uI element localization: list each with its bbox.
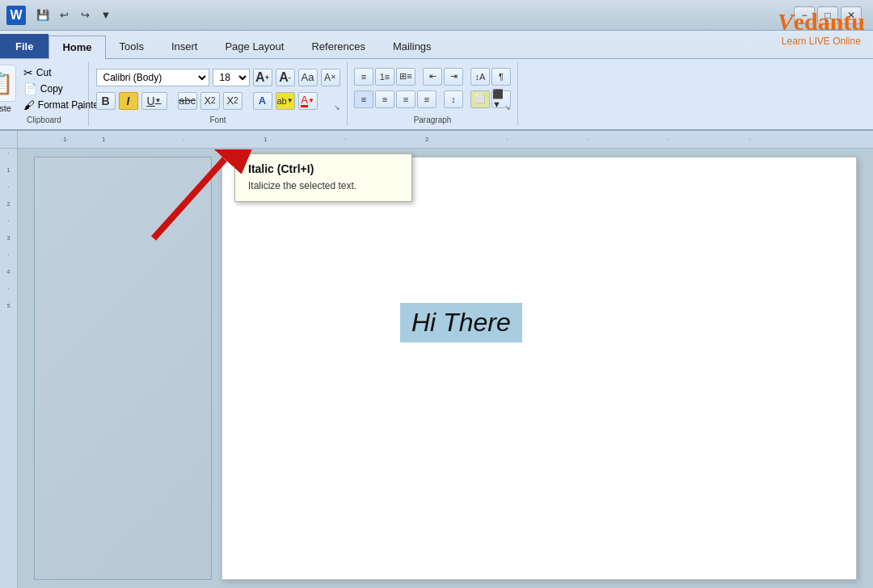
right-page[interactable]: Hi There xyxy=(221,157,857,580)
ribbon-content: 📋 Paste ✂ Cut 📄 Copy 🖌 Format Painter xyxy=(0,58,873,129)
font-family-select[interactable]: Calibri (Body) xyxy=(96,69,209,86)
tab-insert[interactable]: Insert xyxy=(158,34,212,58)
font-row-1: Calibri (Body) 18 A+ A- Aa A✕ xyxy=(96,69,340,86)
bold-button[interactable]: B xyxy=(96,92,116,110)
font-color-button[interactable]: A ▼ xyxy=(298,92,318,110)
clipboard-group: 📋 Paste ✂ Cut 📄 Copy 🖌 Format Painter xyxy=(0,62,89,126)
document-pages-area: Hi There xyxy=(18,149,873,588)
decrease-indent-button[interactable]: ⇤ xyxy=(423,68,442,86)
paste-label: Paste xyxy=(0,103,11,113)
tooltip-description: Italicize the selected text. xyxy=(248,180,399,191)
vedantu-tagline: Learn LIVE Online xyxy=(778,36,865,47)
clipboard-group-label: Clipboard xyxy=(27,116,61,126)
ribbon-tabs: File Home Tools Insert Page Layout Refer… xyxy=(0,31,873,58)
tab-file[interactable]: File xyxy=(0,34,48,58)
underline-button[interactable]: U ▼ xyxy=(141,92,167,110)
subscript-button[interactable]: X2 xyxy=(200,92,220,110)
tab-mailings[interactable]: Mailings xyxy=(379,34,445,58)
shading-button[interactable]: ⬜ xyxy=(470,90,490,108)
tab-references[interactable]: References xyxy=(297,34,378,58)
tab-tools[interactable]: Tools xyxy=(106,34,158,58)
copy-label: Copy xyxy=(40,83,63,94)
align-left-button[interactable]: ≡ xyxy=(354,90,373,108)
italic-tooltip: Italic (Ctrl+I) Italicize the selected t… xyxy=(234,153,412,202)
quick-access-toolbar: 💾 ↩ ↪ ▼ xyxy=(34,6,115,24)
multilevel-list-button[interactable]: ⊞≡ xyxy=(396,68,415,86)
change-case-button[interactable]: Aa xyxy=(298,69,318,86)
shrink-font-button[interactable]: A- xyxy=(276,69,295,86)
vedantu-name: Vedantu xyxy=(778,8,865,36)
cut-label: Cut xyxy=(36,67,52,78)
undo-button[interactable]: ↩ xyxy=(55,6,73,24)
font-expand-icon[interactable]: ↘ xyxy=(334,103,344,113)
para-expand-icon[interactable]: ↘ xyxy=(504,103,514,113)
justify-button[interactable]: ≡ xyxy=(417,90,436,108)
font-size-select[interactable]: 18 xyxy=(213,69,250,86)
para-row-1: ≡ 1≡ ⊞≡ ⇤ ⇥ ↕A ¶ xyxy=(354,68,511,86)
numbered-list-button[interactable]: 1≡ xyxy=(375,68,394,86)
para-group-label: Paragraph xyxy=(414,116,452,126)
vedantu-logo: Vedantu Learn LIVE Online xyxy=(778,8,865,47)
show-marks-button[interactable]: ¶ xyxy=(491,68,511,86)
hi-there-text: Hi There xyxy=(400,303,522,342)
title-bar: W 💾 ↩ ↪ ▼ − □ ✕ xyxy=(0,0,873,31)
font-row-2: B I U ▼ abc X2 X2 A ab ▼ A ▼ xyxy=(96,92,340,110)
save-button[interactable]: 💾 xyxy=(34,6,52,24)
vertical-ruler: ·1·2·3·4·5 xyxy=(0,149,18,588)
redo-button[interactable]: ↪ xyxy=(76,6,94,24)
paste-button[interactable]: 📋 Paste xyxy=(0,65,16,113)
word-icon: W xyxy=(6,6,26,25)
clipboard-expand-icon[interactable]: ↘ xyxy=(75,103,85,113)
grow-font-button[interactable]: A+ xyxy=(253,69,272,86)
bullets-button[interactable]: ≡ xyxy=(354,68,373,86)
ribbon: File Home Tools Insert Page Layout Refer… xyxy=(0,31,873,131)
para-row-2: ≡ ≡ ≡ ≡ ↕ ⬜ ⬛ ▼ xyxy=(354,90,511,108)
tab-home[interactable]: Home xyxy=(48,36,105,60)
increase-indent-button[interactable]: ⇥ xyxy=(444,68,463,86)
left-page xyxy=(34,157,212,580)
cut-icon: ✂ xyxy=(23,66,33,79)
font-group-label: Font xyxy=(209,116,226,126)
format-painter-icon: 🖌 xyxy=(23,99,35,111)
copy-icon: 📄 xyxy=(23,82,37,95)
clear-format-button[interactable]: A✕ xyxy=(321,69,340,86)
customize-button[interactable]: ▼ xyxy=(97,6,115,24)
align-center-button[interactable]: ≡ xyxy=(375,90,394,108)
tab-page-layout[interactable]: Page Layout xyxy=(211,34,297,58)
line-spacing-button[interactable]: ↕ xyxy=(444,90,463,108)
italic-button[interactable]: I xyxy=(119,92,138,110)
paste-icon: 📋 xyxy=(0,65,16,102)
sort-button[interactable]: ↕A xyxy=(470,68,490,86)
paragraph-group: ≡ 1≡ ⊞≡ ⇤ ⇥ ↕A ¶ ≡ ≡ ≡ ≡ ↕ xyxy=(348,62,518,126)
font-group: Calibri (Body) 18 A+ A- Aa A✕ B I U ▼ ab… xyxy=(89,62,348,126)
align-right-button[interactable]: ≡ xyxy=(396,90,415,108)
tooltip-title: Italic (Ctrl+I) xyxy=(248,162,399,175)
strikethrough-button[interactable]: abc xyxy=(178,92,197,110)
highlight-button[interactable]: ab ▼ xyxy=(276,92,295,110)
superscript-button[interactable]: X2 xyxy=(223,92,242,110)
text-effects-button[interactable]: A xyxy=(253,92,272,110)
